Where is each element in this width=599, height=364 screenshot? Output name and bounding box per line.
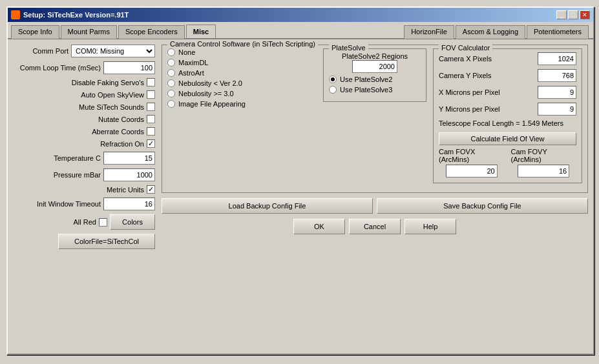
temp-input[interactable] bbox=[103, 152, 155, 165]
save-backup-button[interactable]: Save Backup Config File bbox=[377, 198, 588, 214]
temp-row: Temperature C bbox=[13, 152, 155, 165]
all-red-label: All Red bbox=[13, 218, 96, 226]
tab-mount-parms[interactable]: Mount Parms bbox=[61, 25, 117, 39]
all-red-row: All Red Colors bbox=[13, 214, 155, 230]
tab-ascom-logging[interactable]: Ascom & Logging bbox=[456, 25, 525, 39]
radio-astroart: AstroArt bbox=[167, 69, 317, 77]
comm-loop-input[interactable] bbox=[103, 61, 155, 74]
auto-open-checkbox[interactable] bbox=[147, 90, 155, 99]
right-panel: Camera Control Software (in SiTech Scrip… bbox=[162, 45, 588, 336]
camera-group: Camera Control Software (in SiTech Scrip… bbox=[162, 45, 588, 193]
refraction-row: Refraction On bbox=[13, 139, 155, 148]
x-microns-row: X Microns per Pixel bbox=[439, 86, 576, 99]
nutate-label: Nutate Coords bbox=[13, 116, 144, 123]
disable-faking-row: Disable Faking Servo's bbox=[13, 78, 155, 86]
main-window: Setup: SiTechExe Version=.91T _ □ ✕ Scop… bbox=[6, 6, 594, 355]
aberrate-row: Aberrate Coords bbox=[13, 127, 155, 136]
calc-fov-button[interactable]: Calculate Field Of View bbox=[439, 132, 576, 145]
color-file-button[interactable]: ColorFile=SiTechCol bbox=[58, 234, 155, 249]
camera-x-input[interactable] bbox=[538, 52, 576, 65]
temp-label: Temperature C bbox=[13, 154, 101, 162]
init-window-label: Init Window Timeout bbox=[13, 200, 101, 208]
tab-horizon-file[interactable]: HorizonFile bbox=[404, 25, 454, 39]
refraction-checkbox[interactable] bbox=[147, 139, 155, 148]
tab-misc[interactable]: Misc bbox=[186, 25, 216, 38]
backup-buttons: Load Backup Config File Save Backup Conf… bbox=[162, 198, 588, 214]
radio-astroart-btn[interactable] bbox=[167, 69, 175, 77]
refraction-label: Refraction On bbox=[13, 140, 144, 148]
minimize-button[interactable]: _ bbox=[556, 10, 567, 19]
comm-port-row: Comm Port COM0: Missing bbox=[13, 45, 155, 57]
camera-y-row: Camera Y Pixels bbox=[439, 69, 576, 82]
mute-checkbox[interactable] bbox=[147, 103, 155, 111]
camera-y-input[interactable] bbox=[538, 69, 576, 82]
init-window-row: Init Window Timeout bbox=[13, 197, 155, 210]
platesolve-regions-input[interactable] bbox=[352, 60, 397, 73]
cam-fovx-input[interactable] bbox=[446, 165, 498, 177]
radio-none-btn[interactable] bbox=[167, 48, 175, 56]
platesolve-regions-label: PlateSolve2 Regions bbox=[329, 52, 421, 60]
mute-row: Mute SiTech Sounds bbox=[13, 103, 155, 111]
radio-platesolve2-btn[interactable] bbox=[329, 76, 337, 83]
y-microns-input[interactable] bbox=[538, 103, 576, 116]
nutate-checkbox[interactable] bbox=[147, 115, 155, 123]
all-red-checkbox[interactable] bbox=[99, 218, 107, 227]
cancel-button[interactable]: Cancel bbox=[349, 219, 401, 234]
nutate-row: Nutate Coords bbox=[13, 115, 155, 123]
tab-potentiometers[interactable]: Potentiometers bbox=[527, 25, 589, 39]
y-microns-row: Y Microns per Pixel bbox=[439, 103, 576, 116]
init-window-input[interactable] bbox=[103, 197, 155, 210]
disable-faking-label: Disable Faking Servo's bbox=[13, 79, 144, 86]
disable-faking-checkbox[interactable] bbox=[147, 78, 155, 86]
cam-fovy-input[interactable] bbox=[518, 165, 569, 177]
cam-fovy-label: Cam FOVY (ArcMins) bbox=[511, 148, 577, 163]
close-button[interactable]: ✕ bbox=[580, 10, 590, 19]
load-backup-button[interactable]: Load Backup Config File bbox=[162, 198, 373, 214]
fov-group-label: FOV Calculator bbox=[439, 44, 492, 52]
pressure-input[interactable] bbox=[103, 168, 155, 181]
x-microns-input[interactable] bbox=[538, 86, 576, 99]
cam-fovy-item: Cam FOVY (ArcMins) bbox=[511, 148, 577, 177]
radio-platesolve3-btn[interactable] bbox=[329, 86, 337, 94]
cam-fov-row: Cam FOVX (ArcMins) Cam FOVY (ArcMins) bbox=[439, 148, 576, 177]
tab-scope-info[interactable]: Scope Info bbox=[11, 25, 59, 39]
camera-y-label: Camera Y Pixels bbox=[439, 72, 492, 79]
tab-scope-encoders[interactable]: Scope Encoders bbox=[118, 25, 185, 39]
radio-nebulosity-lt-btn[interactable] bbox=[167, 79, 175, 87]
maximize-button[interactable]: □ bbox=[568, 10, 578, 19]
radio-nebulosity-gte-btn[interactable] bbox=[167, 90, 175, 97]
aberrate-checkbox[interactable] bbox=[147, 127, 155, 136]
x-microns-label: X Microns per Pixel bbox=[439, 88, 500, 96]
comm-loop-label: Comm Loop Time (mSec) bbox=[13, 64, 101, 72]
comm-port-select[interactable]: COM0: Missing bbox=[71, 45, 155, 57]
auto-open-label: Auto Open SkyView bbox=[13, 91, 144, 99]
radio-platesolve3: Use PlateSolve3 bbox=[329, 86, 421, 94]
camera-x-row: Camera X Pixels bbox=[439, 52, 576, 65]
cam-fovx-item: Cam FOVX (ArcMins) bbox=[439, 148, 505, 177]
colors-button[interactable]: Colors bbox=[110, 214, 155, 230]
platesolve-regions-row: PlateSolve2 Regions bbox=[329, 52, 421, 73]
metric-checkbox[interactable] bbox=[147, 185, 155, 194]
pressure-label: Pressure mBar bbox=[13, 171, 101, 179]
radio-image-file: Image File Appearing bbox=[167, 100, 317, 108]
mute-label: Mute SiTech Sounds bbox=[13, 103, 144, 111]
aberrate-label: Aberrate Coords bbox=[13, 128, 144, 136]
radio-image-file-btn[interactable] bbox=[167, 100, 175, 108]
ok-button[interactable]: OK bbox=[293, 219, 345, 234]
title-text: Setup: SiTechExe Version=.91T bbox=[11, 10, 129, 19]
radio-none: None bbox=[167, 48, 317, 56]
platesolve-group: PlateSolve PlateSolve2 Regions Use Plate… bbox=[323, 48, 426, 102]
radio-maximdl-btn[interactable] bbox=[167, 59, 175, 66]
title-buttons: _ □ ✕ bbox=[556, 10, 590, 19]
radio-nebulosity-lt: Nebulosity < Ver 2.0 bbox=[167, 79, 317, 87]
platesolve-section: PlateSolve PlateSolve2 Regions Use Plate… bbox=[323, 48, 426, 187]
camera-group-label: Camera Control Software (in SiTech Scrip… bbox=[167, 40, 318, 48]
metric-label: Metric Units bbox=[13, 186, 144, 194]
radio-nebulosity-gte: Nebulosity >= 3.0 bbox=[167, 90, 317, 97]
color-file-row: ColorFile=SiTechCol bbox=[13, 234, 155, 249]
help-button[interactable]: Help bbox=[405, 219, 456, 234]
fov-section: FOV Calculator Camera X Pixels Camera Y … bbox=[433, 48, 582, 187]
camera-options: None MaximDL AstroArt Nebulosity < bbox=[167, 48, 317, 187]
main-content: Comm Port COM0: Missing Comm Loop Time (… bbox=[8, 39, 593, 341]
comm-port-label: Comm Port bbox=[13, 47, 68, 55]
